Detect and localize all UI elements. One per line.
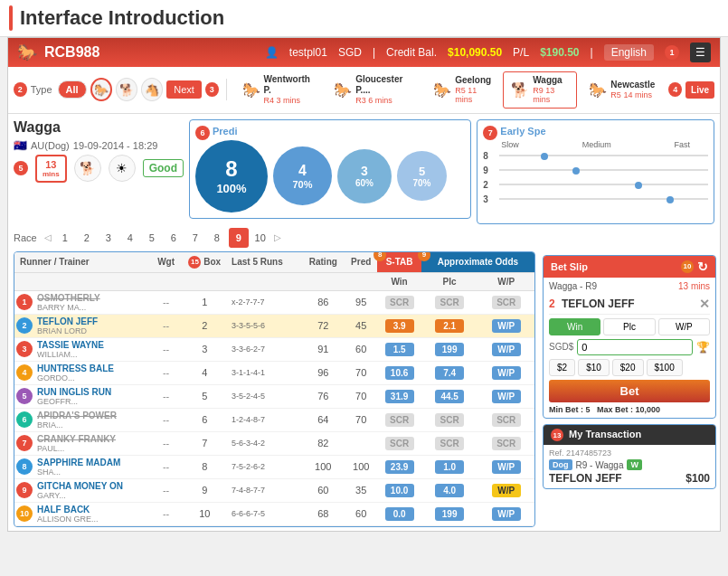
odds-win-btn[interactable]: 3.9: [385, 319, 414, 333]
transaction-title: My Transaction: [569, 429, 641, 439]
odds-plc-btn[interactable]: SCR: [435, 437, 464, 450]
speed-num-0: 8: [483, 151, 496, 161]
trainer-name: BRIA...: [37, 420, 149, 430]
runner-name[interactable]: TEFLON JEFF: [37, 316, 149, 326]
odds-win-btn[interactable]: 23.9: [385, 460, 414, 474]
odds-plc-btn[interactable]: 7.4: [435, 366, 464, 380]
main-content: Runner / Trainer Wgt 15 Box Last 5 Runs …: [8, 251, 720, 531]
runner-name[interactable]: APIDRA'S POWER: [37, 411, 149, 420]
runner-name[interactable]: OSMOTHERLY: [37, 293, 149, 303]
race-num-5[interactable]: 5: [142, 228, 162, 248]
odds-plc-btn[interactable]: 1.0: [435, 460, 464, 474]
odds-wp-btn[interactable]: SCR: [492, 296, 521, 309]
bubble-2: 3 60%: [337, 149, 392, 203]
race-num-8[interactable]: 8: [207, 228, 227, 248]
odds-wp-btn[interactable]: W/P: [492, 343, 521, 356]
badge-10-right: 10: [681, 260, 694, 273]
odds-wp-btn[interactable]: W/P: [492, 484, 521, 497]
quick-bet-100[interactable]: $100: [647, 359, 683, 376]
condition-icon-weather[interactable]: ☀: [109, 155, 136, 182]
language-btn[interactable]: English: [604, 44, 654, 61]
refresh-icon[interactable]: ↻: [697, 260, 708, 274]
type-icon-horse[interactable]: 🐎: [90, 78, 112, 101]
odds-plc-btn[interactable]: 199: [435, 507, 464, 521]
race-tab-1[interactable]: 🐎 Gloucester P.... R3 6 mins: [326, 71, 421, 109]
speed-bar-0: [499, 151, 708, 162]
odds-win-btn[interactable]: 31.9: [385, 390, 414, 403]
odds-wp-btn[interactable]: W/P: [492, 390, 521, 403]
col-pred: Pred: [345, 252, 377, 273]
odds-plc-btn[interactable]: 199: [435, 343, 464, 356]
race-num-9[interactable]: 9: [229, 228, 249, 248]
race-num-7[interactable]: 7: [185, 228, 205, 248]
odds-plc-btn[interactable]: 4.0: [435, 484, 464, 497]
race-tab-3[interactable]: 🐕 Wagga R9 13 mins: [503, 71, 577, 109]
race-num-3[interactable]: 3: [99, 228, 118, 248]
table-row: 3 TASSIE WAYNE WILLIAM... -- 3 3-3-6-2-7…: [14, 337, 534, 361]
race-num-1[interactable]: 1: [55, 228, 75, 248]
odds-plc-btn[interactable]: 44.5: [435, 390, 464, 403]
odds-win-btn[interactable]: SCR: [385, 437, 414, 450]
all-btn[interactable]: All: [58, 80, 87, 99]
runner-name[interactable]: GITCHA MONEY ON: [37, 481, 149, 491]
table-row: 9 GITCHA MONEY ON GARY... -- 9 7-4-8-7-7…: [14, 478, 534, 502]
odds-wp-btn[interactable]: SCR: [492, 413, 521, 427]
type-icon-greyhound[interactable]: 🐕: [116, 78, 137, 101]
runner-name[interactable]: CRANKY FRANKY: [37, 434, 149, 444]
race-num-10[interactable]: 10: [251, 228, 270, 248]
bet-slip-header: Bet Slip 10 ↻: [544, 256, 715, 278]
bet-type-wp[interactable]: W/P: [658, 318, 710, 335]
menu-btn[interactable]: ☰: [690, 42, 711, 62]
odds-win-btn[interactable]: 10.0: [385, 484, 414, 497]
runner-name[interactable]: HALF BACK: [37, 505, 149, 515]
odds-wp-btn[interactable]: W/P: [492, 319, 521, 333]
odds-wp-btn[interactable]: W/P: [492, 460, 521, 474]
type-icon-harness[interactable]: 🐴: [141, 78, 163, 101]
trainer-name: BARRY MA...: [37, 303, 149, 312]
runner-name[interactable]: RUN INGLIS RUN: [37, 387, 149, 397]
odds-plc-btn[interactable]: 2.1: [435, 319, 464, 333]
race-tab-4[interactable]: 🐎 Newcastle R5 14 mins: [581, 76, 663, 104]
odds-win-btn[interactable]: SCR: [385, 296, 414, 309]
table-sub-header-row: Win Plc W/P: [14, 272, 534, 290]
odds-wp-btn[interactable]: SCR: [492, 437, 521, 450]
runner-name[interactable]: HUNTRESS BALE: [37, 364, 149, 373]
odds-win-btn[interactable]: 0.0: [385, 507, 414, 521]
race-nav-prev[interactable]: ◁: [43, 231, 53, 244]
odds-plc-btn[interactable]: SCR: [435, 413, 464, 427]
race-num-6[interactable]: 6: [164, 228, 184, 248]
odds-plc-btn[interactable]: SCR: [435, 296, 464, 309]
runner-name[interactable]: SAPPHIRE MADAM: [37, 458, 149, 467]
prediction-header: 6 Predi: [195, 126, 465, 140]
badge-5: 5: [14, 161, 28, 175]
page-title: Interface Introduction: [20, 6, 224, 30]
runner-num: 1: [16, 294, 33, 310]
trainer-name: GEOFFR...: [37, 397, 149, 406]
col-box: 15 Box: [181, 252, 229, 273]
speed-num-3: 3: [483, 194, 496, 204]
bet-amount-input[interactable]: [577, 339, 693, 355]
quick-bet-20[interactable]: $20: [612, 359, 644, 376]
condition-icon-dog[interactable]: 🐕: [74, 155, 101, 182]
quick-bet-10[interactable]: $10: [578, 359, 610, 376]
odds-win-btn[interactable]: 10.6: [385, 366, 414, 380]
next-btn[interactable]: Next: [166, 80, 202, 99]
race-tab-2[interactable]: 🐎 Geelong R5 11 mins: [425, 71, 499, 109]
quick-bet-2[interactable]: $2: [549, 359, 575, 376]
bet-type-win[interactable]: Win: [549, 318, 600, 335]
odds-wp-btn[interactable]: W/P: [492, 507, 521, 521]
race-nav-next[interactable]: ▷: [272, 231, 283, 244]
race-num-2[interactable]: 2: [77, 228, 97, 248]
race-tab-0[interactable]: 🐎 Wentworth P. R4 3 mins: [234, 71, 323, 109]
speed-row-2: 2: [483, 180, 708, 191]
live-btn[interactable]: Live: [685, 81, 714, 99]
bet-runner-name: TEFLON JEFF: [562, 297, 635, 310]
runner-name[interactable]: TASSIE WAYNE: [37, 340, 149, 350]
bet-remove-btn[interactable]: ✕: [699, 297, 710, 311]
bet-button[interactable]: Bet: [549, 380, 710, 402]
odds-win-btn[interactable]: 1.5: [385, 343, 414, 356]
race-num-4[interactable]: 4: [120, 228, 140, 248]
bet-type-plc[interactable]: Plc: [603, 318, 655, 335]
odds-wp-btn[interactable]: W/P: [492, 366, 521, 380]
odds-win-btn[interactable]: SCR: [385, 413, 414, 427]
